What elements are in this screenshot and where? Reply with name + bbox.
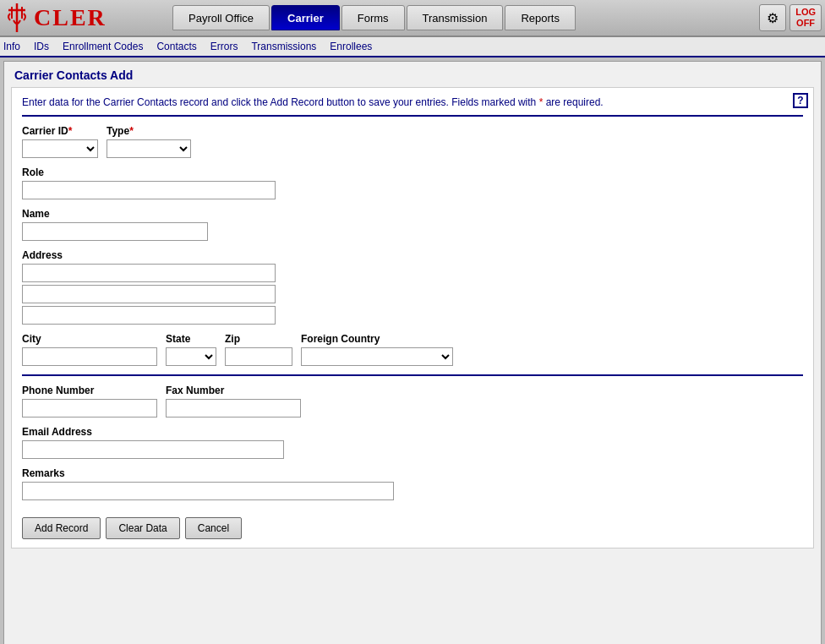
name-input[interactable]	[22, 222, 208, 241]
tab-transmission[interactable]: Transmission	[407, 5, 504, 30]
role-label: Role	[22, 166, 803, 178]
address-label: Address	[22, 249, 803, 261]
required-star-instruction: *	[539, 96, 546, 108]
cancel-button[interactable]: Cancel	[185, 517, 242, 539]
type-star: *	[129, 125, 134, 137]
carrier-type-row: Carrier ID* Type*	[22, 125, 803, 158]
button-row: Add Record Clear Data Cancel	[22, 512, 803, 539]
phone-group: Phone Number	[22, 385, 157, 418]
add-record-button[interactable]: Add Record	[22, 517, 101, 539]
name-label: Name	[22, 208, 803, 220]
city-group: City	[22, 333, 157, 366]
fax-label: Fax Number	[166, 385, 301, 396]
tab-carrier[interactable]: Carrier	[271, 5, 340, 30]
gear-button[interactable]: ⚙	[759, 4, 786, 31]
tab-forms[interactable]: Forms	[341, 5, 405, 30]
page-content: Carrier Contacts Add ? Enter data for th…	[3, 61, 822, 644]
sub-nav-ids[interactable]: IDs	[34, 41, 49, 52]
header: CLER Payroll Office Carrier Forms Transm…	[0, 0, 825, 37]
address-row: Address	[22, 249, 803, 325]
carrier-id-label: Carrier ID*	[22, 125, 98, 137]
tab-reports[interactable]: Reports	[505, 5, 576, 30]
logo-area: CLER	[3, 3, 172, 33]
app-logo: CLER	[34, 4, 107, 31]
instruction-text: Enter data for the Carrier Contacts reco…	[22, 96, 803, 117]
type-select[interactable]	[107, 139, 191, 158]
sub-nav-enrollees[interactable]: Enrollees	[330, 41, 372, 52]
city-state-zip-row: City State Zip Foreign Country	[22, 333, 803, 366]
carrier-id-group: Carrier ID*	[22, 125, 98, 158]
foreign-country-select[interactable]	[301, 347, 453, 366]
remarks-row: Remarks	[22, 467, 803, 500]
header-right: ⚙ LOGOFF	[759, 4, 822, 31]
sub-nav-info[interactable]: Info	[3, 41, 20, 52]
address2-input[interactable]	[22, 285, 276, 303]
form-container: ? Enter data for the Carrier Contacts re…	[11, 87, 814, 548]
tab-payroll-office[interactable]: Payroll Office	[172, 5, 270, 30]
phone-label: Phone Number	[22, 385, 157, 396]
zip-label: Zip	[225, 333, 292, 345]
state-label: State	[166, 333, 216, 345]
zip-input[interactable]	[225, 347, 292, 366]
remarks-input[interactable]	[22, 482, 394, 500]
sub-nav-enrollment-codes[interactable]: Enrollment Codes	[63, 41, 143, 52]
help-icon[interactable]: ?	[793, 93, 808, 108]
log-off-button[interactable]: LOGOFF	[789, 4, 822, 31]
carrier-id-select[interactable]	[22, 139, 98, 158]
email-row: Email Address	[22, 426, 803, 459]
zip-group: Zip	[225, 333, 292, 366]
role-row: Role	[22, 166, 803, 199]
sub-nav-transmissions[interactable]: Transmissions	[251, 41, 316, 52]
sub-nav-errors[interactable]: Errors	[210, 41, 238, 52]
state-group: State	[166, 333, 216, 366]
sub-nav-contacts[interactable]: Contacts	[156, 41, 196, 52]
sub-nav: Info IDs Enrollment Codes Contacts Error…	[0, 37, 825, 57]
role-input[interactable]	[22, 181, 276, 199]
clear-data-button[interactable]: Clear Data	[106, 517, 179, 539]
email-input[interactable]	[22, 440, 284, 459]
nav-tabs: Payroll Office Carrier Forms Transmissio…	[172, 0, 759, 35]
address3-input[interactable]	[22, 306, 276, 325]
remarks-label: Remarks	[22, 467, 803, 479]
email-label: Email Address	[22, 426, 803, 438]
address-fields	[22, 264, 803, 325]
type-group: Type*	[107, 125, 191, 158]
logo-icon	[3, 3, 30, 33]
state-select[interactable]	[166, 347, 216, 366]
type-label: Type*	[107, 125, 191, 137]
fax-input[interactable]	[166, 399, 301, 418]
foreign-country-label: Foreign Country	[301, 333, 453, 345]
address1-input[interactable]	[22, 264, 276, 282]
name-row: Name	[22, 208, 803, 241]
foreign-country-group: Foreign Country	[301, 333, 453, 366]
city-label: City	[22, 333, 157, 345]
phone-input[interactable]	[22, 399, 157, 418]
phone-fax-row: Phone Number Fax Number	[22, 385, 803, 418]
section-divider	[22, 374, 803, 376]
page-title: Carrier Contacts Add	[4, 62, 821, 87]
fax-group: Fax Number	[166, 385, 301, 418]
carrier-id-star: *	[68, 125, 73, 137]
city-input[interactable]	[22, 347, 157, 366]
